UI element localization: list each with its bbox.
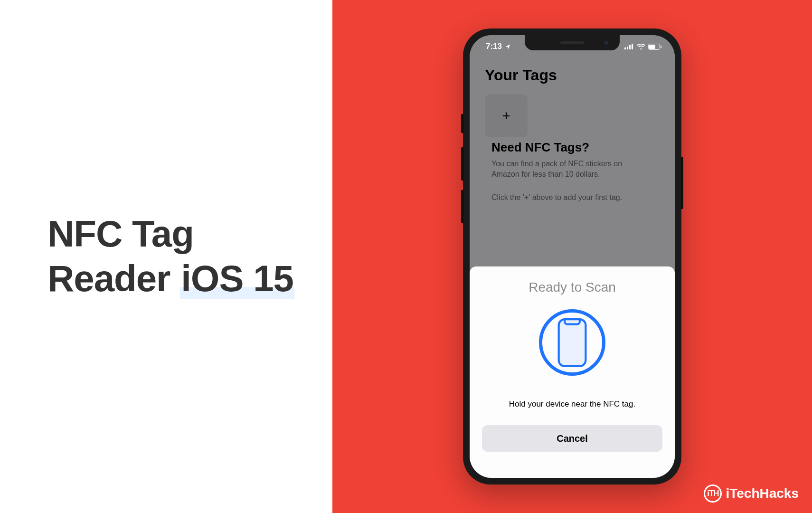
volume-down-button — [461, 190, 463, 223]
cancel-button[interactable]: Cancel — [482, 425, 662, 452]
page-title: NFC Tag Reader iOS 15 — [47, 212, 294, 301]
watermark-badge-icon: iTH — [704, 484, 722, 503]
status-right — [624, 44, 661, 50]
left-title-panel: NFC Tag Reader iOS 15 — [0, 0, 332, 513]
watermark-text: iTechHacks — [726, 486, 799, 501]
scan-sheet-title: Ready to Scan — [529, 280, 616, 295]
location-icon — [505, 44, 511, 50]
title-line-2: Reader iOS 15 — [47, 256, 294, 301]
svg-rect-2 — [629, 45, 631, 49]
itechhacks-watermark: iTH iTechHacks — [704, 484, 799, 503]
phone-outline-icon — [557, 318, 588, 368]
svg-rect-3 — [632, 44, 633, 49]
svg-rect-5 — [649, 45, 655, 49]
nfc-scan-sheet: Ready to Scan Hold your device near the … — [470, 266, 675, 478]
wifi-icon — [637, 44, 645, 50]
iphone-notch — [525, 35, 620, 50]
right-phone-panel: 7:13 Your Tags + Need NFC Tags? You can … — [332, 0, 812, 513]
speaker-grille — [560, 41, 584, 44]
cellular-signal-icon — [624, 44, 634, 49]
mute-switch — [461, 114, 463, 133]
title-line-1: NFC Tag — [47, 212, 294, 256]
nfc-scan-icon — [539, 309, 605, 376]
status-left: 7:13 — [486, 42, 511, 51]
iphone-screen: 7:13 Your Tags + Need NFC Tags? You can … — [470, 35, 675, 478]
status-time: 7:13 — [486, 42, 502, 51]
svg-rect-6 — [661, 46, 661, 48]
scan-instruction: Hold your device near the NFC tag. — [509, 399, 635, 409]
side-power-button — [681, 157, 683, 209]
svg-rect-0 — [624, 48, 626, 49]
front-camera — [604, 41, 608, 45]
svg-rect-1 — [627, 47, 628, 49]
iphone-frame: 7:13 Your Tags + Need NFC Tags? You can … — [463, 28, 681, 484]
battery-icon — [648, 44, 661, 50]
volume-up-button — [461, 147, 463, 180]
svg-rect-7 — [559, 319, 586, 366]
